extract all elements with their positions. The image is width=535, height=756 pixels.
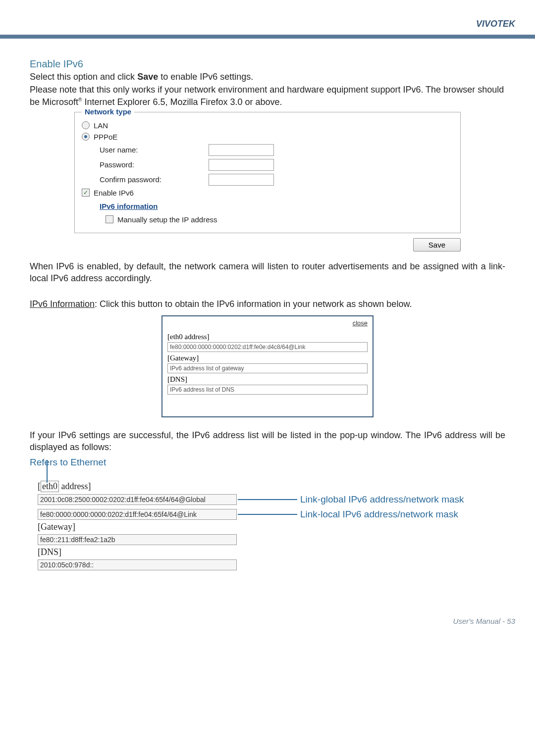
pppoe-radio-row[interactable]: PPPoE (82, 133, 453, 141)
save-word: Save (137, 72, 158, 82)
username-input[interactable] (209, 144, 274, 156)
manual-label: Manually setup the IP address (117, 215, 217, 224)
network-legend: Network type (82, 107, 134, 116)
global-annotation: Link-global IPv6 address/network mask (300, 494, 464, 505)
username-row: User name: (100, 144, 453, 156)
popup-gateway-label: [Gateway] (167, 354, 368, 362)
popup-close-link[interactable]: close (167, 319, 368, 327)
link-annotation: Link-local IPv6 address/network mask (300, 509, 458, 520)
password-input[interactable] (209, 159, 274, 171)
radio-icon[interactable] (82, 133, 90, 141)
ipv6-info-underline: IPv6 Information (30, 299, 95, 309)
eth0-address-label: [eth0 address] (38, 481, 505, 492)
page-header: VIVOTEK (0, 0, 535, 39)
paragraph-3: When IPv6 is enabled, by default, the ne… (30, 260, 505, 285)
lan-label: LAN (94, 121, 108, 130)
enable-ipv6-row[interactable]: Enable IPv6 (82, 189, 453, 197)
popup-dns-label: [DNS] (167, 375, 368, 384)
gateway-label: [Gateway] (38, 522, 505, 532)
global-addr-row: 2001:0c08:2500:0002:0202:d1ff:fe04:65f4/… (38, 492, 505, 507)
save-button[interactable]: Save (413, 238, 461, 252)
p2-text-b: Internet Explorer 6.5, Mozilla Firefox 3… (82, 97, 282, 107)
page-footer: User's Manual - 53 (0, 587, 535, 640)
dns-value: 2010:05c0:978d:: (38, 559, 237, 570)
link-addr-row: fe80:0000:0000:0000:0202:d1ff:fe04:65f4/… (38, 507, 505, 522)
callout-line-icon (47, 460, 48, 483)
refers-title: Refers to Ethernet (30, 457, 505, 468)
checkbox-icon[interactable] (82, 189, 90, 197)
confirm-input[interactable] (209, 174, 274, 186)
ipv6-information-link[interactable]: IPv6 information (100, 202, 158, 210)
password-row: Password: (100, 159, 453, 171)
section-title: Enable IPv6 (30, 58, 505, 70)
p1-text-c: to enable IPv6 settings. (158, 72, 253, 82)
eth0-after: address] (59, 481, 91, 491)
pppoe-label: PPPoE (94, 133, 117, 141)
footer-label: User's Manual - (453, 617, 507, 625)
password-label: Password: (100, 160, 209, 169)
footer-page: 53 (507, 617, 515, 625)
checkbox-icon[interactable] (106, 215, 113, 223)
paragraph-4: IPv6 Information: Click this button to o… (30, 298, 505, 310)
ipv6-info-popup: close [eth0 address] fe80:0000:0000:0000… (161, 315, 374, 417)
p4-rest: : Click this button to obtain the IPv6 i… (95, 299, 412, 309)
popup-eth0-value: fe80:0000:0000:0000:0202:d1ff:fe0e:d4c8/… (167, 342, 368, 352)
popup-dns-value: IPv6 address list of DNS (167, 385, 368, 395)
eth0-box: eth0 (41, 481, 59, 492)
lan-radio-row[interactable]: LAN (82, 121, 453, 130)
p1-text-a: Select this option and click (30, 72, 137, 82)
enable-ipv6-label: Enable IPv6 (94, 189, 134, 197)
popup-eth0-label: [eth0 address] (167, 333, 368, 341)
paragraph-5: If your IPv6 settings are successful, th… (30, 429, 505, 454)
intro-paragraph-2: Please note that this only works if your… (30, 84, 505, 108)
popup-gateway-value: IPv6 address list of gateway (167, 363, 368, 373)
radio-icon[interactable] (82, 121, 90, 129)
callout-line-icon (238, 514, 297, 515)
dns-label: [DNS] (38, 547, 505, 557)
confirm-label: Confirm password: (100, 175, 209, 184)
global-address-field: 2001:0c08:2500:0002:0202:d1ff:fe04:65f4/… (38, 494, 237, 505)
eth-diagram: [eth0 address] 2001:0c08:2500:0002:0202:… (30, 470, 505, 570)
gateway-value: fe80::211:d8ff:fea2:1a2b (38, 534, 237, 545)
intro-paragraph-1: Select this option and click Save to ena… (30, 71, 505, 83)
callout-line-icon (238, 499, 297, 500)
link-address-field: fe80:0000:0000:0000:0202:d1ff:fe04:65f4/… (38, 509, 237, 520)
brand-label: VIVOTEK (476, 19, 515, 29)
save-row: Save (30, 238, 461, 252)
manual-ip-row[interactable]: Manually setup the IP address (106, 215, 453, 224)
confirm-row: Confirm password: (100, 174, 453, 186)
network-type-fieldset: Network type LAN PPPoE User name: Passwo… (74, 112, 461, 233)
page-body: Enable IPv6 Select this option and click… (0, 39, 535, 587)
username-label: User name: (100, 146, 209, 154)
